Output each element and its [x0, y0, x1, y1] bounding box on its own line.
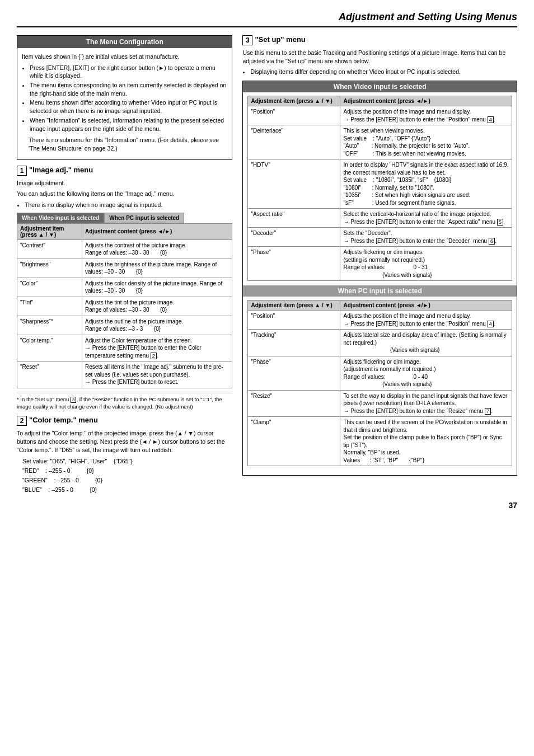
video-item-phase: "Phase": [248, 247, 340, 281]
content-tint: Adjusts the tint of the picture image.Ra…: [82, 297, 232, 316]
table-row: "Clamp" This can be used if the screen o…: [248, 417, 512, 466]
video-item-aspect: "Aspect ratio": [248, 209, 340, 228]
content-contrast: Adjusts the contrast of the picture imag…: [82, 240, 232, 259]
content-brightness: Adjusts the brightness of the picture im…: [82, 259, 232, 278]
video-content-aspect: Select the vertical-to-horizontal ratio …: [340, 209, 512, 228]
red-value: : –255 - 0: [45, 467, 70, 474]
pc-content-position: Adjusts the position of the image and me…: [340, 311, 512, 330]
video-item-decoder: "Decoder": [248, 228, 340, 247]
image-adj-desc: You can adjust the following items on th…: [17, 190, 232, 198]
pc-item-position: "Position": [248, 311, 340, 330]
table-row: "Aspect ratio" Select the vertical-to-ho…: [248, 209, 512, 228]
setup-pc-col-item: Adjustment item (press ▲ / ▼): [248, 300, 340, 311]
color-temp-desc: To adjust the "Color temp." of the proje…: [17, 429, 232, 454]
menu-config-section: The Menu Configuration Item values shown…: [17, 35, 232, 160]
setup-title: "Set up" menu: [255, 35, 305, 44]
table-row: "Color" Adjusts the color density of the…: [17, 278, 232, 297]
setup-video-header: When Video input is selected: [243, 81, 517, 92]
tab-pc-input: When PC input is selected: [104, 213, 184, 223]
table-row: "Sharpness"* Adjusts the outline of the …: [17, 316, 232, 335]
video-item-hdtv: "HDTV": [248, 159, 340, 209]
setup-pc-header: When PC input is selected: [243, 285, 517, 297]
section-num-3: 3: [242, 35, 252, 45]
table-row: "Position" Adjusts the position of the i…: [248, 311, 512, 330]
pc-item-tracking: "Tracking": [248, 330, 340, 356]
green-label: "GREEN": [22, 477, 48, 483]
setup-section: 3 "Set up" menu Use this menu to set the…: [242, 35, 517, 476]
section-num-1: 1: [17, 166, 27, 176]
table-row: "Tint" Adjusts the tint of the picture i…: [17, 297, 232, 316]
content-color: Adjusts the color density of the picture…: [82, 278, 232, 297]
pc-item-phase: "Phase": [248, 356, 340, 390]
content-sharpness: Adjusts the outline of the picture image…: [82, 316, 232, 335]
video-content-phase: Adjusts flickering or dim images.(settin…: [340, 247, 512, 281]
setup-video-table: Adjustment item (press ▲ / ▼) Adjustment…: [247, 96, 512, 281]
setup-video-section: When Video input is selected Adjustment …: [242, 81, 517, 476]
setup-pc-col-content: Adjustment content (press ◄/►): [340, 300, 512, 311]
item-contrast: "Contrast": [17, 240, 82, 259]
pc-content-phase: Adjusts flickering or dim image.(adjustm…: [340, 356, 512, 390]
setup-video-col-content: Adjustment content (press ◄/►): [340, 96, 512, 106]
table-row: "Phase" Adjusts flickering or dim image.…: [248, 356, 512, 390]
bullet-4: When "Information" is selected, informat…: [30, 116, 227, 133]
red-default: {0}: [87, 467, 94, 474]
image-adj-title: "Image adj." menu: [29, 166, 93, 174]
bullet-3: Menu items shown differ according to whe…: [30, 98, 227, 115]
setup-pc-table: Adjustment item (press ▲ / ▼) Adjustment…: [247, 300, 512, 466]
pc-content-tracking: Adjusts lateral size and display area of…: [340, 330, 512, 356]
item-color-temp: "Color temp.": [17, 335, 82, 361]
table-row: "Reset" Resets all items in the "Image a…: [17, 361, 232, 388]
table-row: "HDTV" In order to display "HDTV" signal…: [248, 159, 512, 209]
item-color: "Color": [17, 278, 82, 297]
table-row: "Tracking" Adjusts lateral size and disp…: [248, 330, 512, 356]
video-content-deinterlace: This is set when viewing movies.Set valu…: [340, 125, 512, 159]
content-reset: Resets all items in the "Image adj." sub…: [82, 361, 232, 388]
set-value-label: Set value: [22, 458, 47, 464]
video-item-deinterlace: "Deinterlace": [248, 125, 340, 159]
video-content-decoder: Sets the "Decoder".→ Press the [ENTER] b…: [340, 228, 512, 247]
item-reset: "Reset": [17, 361, 82, 388]
red-label: "RED": [22, 467, 39, 474]
bullet-1: Press [ENTER], [EXIT] or the right curso…: [30, 64, 227, 80]
pc-content-resize: To set the way to display in the panel i…: [340, 390, 512, 417]
submenu-note: There is no submenu for this "Informatio…: [29, 136, 227, 152]
page-title: Adjustment and Setting Using Menus: [17, 11, 517, 27]
table-row: "Decoder" Sets the "Decoder".→ Press the…: [248, 228, 512, 247]
set-value: : "D65", "HIGH", "User": [47, 458, 107, 464]
image-adj-footnote: * In the "Set up" menu 3, if the "Resize…: [17, 393, 232, 411]
menu-config-intro: Item values shown in { } are initial val…: [22, 53, 227, 61]
pc-item-resize: "Resize": [248, 390, 340, 417]
table-row: "Brightness" Adjusts the brightness of t…: [17, 259, 232, 278]
table-row: "Contrast" Adjusts the contrast of the p…: [17, 240, 232, 259]
content-color-temp: Adjust the Color temperature of the scre…: [82, 335, 232, 361]
image-adj-col-item: Adjustment item (press ▲ / ▼): [17, 223, 82, 240]
color-temp-title: "Color temp." menu: [29, 416, 98, 424]
setup-video-col-item: Adjustment item (press ▲ / ▼): [248, 96, 340, 106]
pc-item-clamp: "Clamp": [248, 417, 340, 466]
green-value: : –255 - 0: [54, 477, 78, 483]
video-content-position: Adjusts the position of the image and me…: [340, 106, 512, 125]
color-temp-section: 2 "Color temp." menu To adjust the "Colo…: [17, 416, 232, 494]
menu-config-header: The Menu Configuration: [17, 36, 232, 48]
image-adj-col-content: Adjustment content (press ◄/►): [82, 223, 232, 240]
bullet-2: The menu items corresponding to an item …: [30, 81, 227, 97]
pc-content-clamp: This can be used if the screen of the PC…: [340, 417, 512, 466]
green-default: {0}: [95, 477, 102, 483]
image-adj-note: There is no display when no image signal…: [25, 201, 232, 209]
item-tint: "Tint": [17, 297, 82, 316]
image-adj-table: Adjustment item (press ▲ / ▼) Adjustment…: [17, 223, 232, 388]
image-adj-section: 1 "Image adj." menu Image adjustment. Yo…: [17, 166, 232, 411]
table-row: "Resize" To set the way to display in th…: [248, 390, 512, 417]
setup-desc: Use this menu to set the basic Tracking …: [242, 49, 517, 65]
blue-value: : –255 - 0: [49, 486, 73, 493]
blue-default: {0}: [90, 486, 97, 493]
set-value-default: {"D65"}: [114, 458, 133, 464]
video-item-position: "Position": [248, 106, 340, 125]
item-brightness: "Brightness": [17, 259, 82, 278]
image-adj-subtitle: Image adjustment.: [17, 179, 232, 187]
color-temp-values: Set value: "D65", "HIGH", "User" {"D65"}…: [22, 457, 232, 494]
menu-config-bullets: Press [ENTER], [EXIT] or the right curso…: [30, 64, 227, 133]
tab-video-input: When Video input is selected: [17, 213, 104, 223]
image-adj-tabs: When Video input is selected When PC inp…: [17, 213, 232, 223]
section-num-2: 2: [17, 416, 27, 426]
